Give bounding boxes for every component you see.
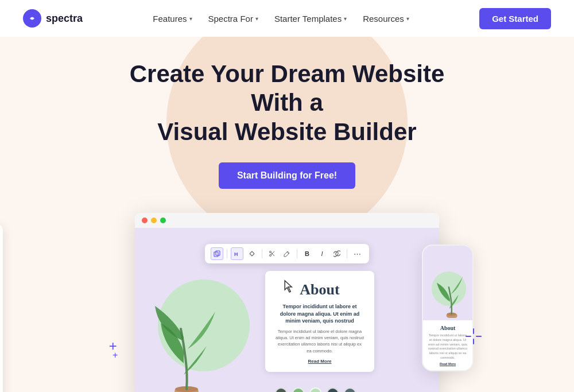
browser-content: H B I (135, 228, 439, 392)
window-maximize-dot (160, 218, 166, 223)
mobile-about-body: Tempor incididunt ut labore et dolore ma… (428, 333, 468, 360)
toolbar-heading-icon[interactable]: H (231, 247, 243, 260)
about-card-read-more[interactable]: Read More (276, 359, 364, 364)
nav-item-spectra-for[interactable]: Spectra For ▾ (208, 14, 258, 24)
sparkle-left: + + (108, 339, 118, 360)
chevron-down-icon: ▾ (189, 15, 192, 22)
nav-link-features[interactable]: Features ▾ (153, 14, 192, 24)
mobile-about-title: About (428, 325, 468, 331)
window-minimize-dot (151, 218, 157, 223)
swatch-2[interactable] (292, 387, 305, 392)
logo-icon (23, 9, 41, 28)
logo[interactable]: spectra (23, 9, 83, 28)
color-swatches (275, 387, 356, 392)
toolbar-more-icon[interactable]: ⋯ (351, 247, 363, 260)
logo-text: spectra (46, 13, 83, 25)
toolbar-edit-icon[interactable] (281, 247, 293, 260)
nav-item-starter-templates[interactable]: Starter Templates ▾ (274, 14, 347, 24)
window-close-dot (142, 218, 148, 223)
swatch-3[interactable] (309, 387, 322, 392)
cursor (282, 280, 294, 292)
chevron-down-icon: ▾ (406, 15, 409, 22)
about-card-body: Tempor incididunt ut labore et dolore ma… (276, 328, 364, 354)
nav-link-spectra-for[interactable]: Spectra For ▾ (208, 14, 258, 24)
mobile-mockup: About Tempor incididunt ut labore et dol… (422, 244, 474, 371)
mockup-area: 🔍 Blocks Patterns SPECTRA Container H (11, 213, 563, 392)
nav-links: Features ▾ Spectra For ▾ Starter Templat… (153, 14, 409, 24)
svg-text:H: H (234, 251, 238, 257)
swatch-5[interactable] (344, 387, 356, 392)
chevron-down-icon: ▾ (344, 15, 347, 22)
toolbar-bold-icon[interactable]: B (301, 247, 313, 260)
swatch-4[interactable] (327, 387, 339, 392)
toolbar-copy-icon[interactable] (211, 247, 223, 260)
plant-illustration (152, 294, 227, 392)
toolbar-link-icon[interactable] (331, 247, 343, 260)
hero-title: Create Your Dream Website With a Visual … (126, 60, 448, 146)
main-nav: spectra Features ▾ Spectra For ▾ Starter… (0, 0, 574, 37)
editor-toolbar: H B I (205, 244, 369, 263)
toolbar-separator (262, 249, 262, 258)
toolbar-scissors-icon[interactable] (266, 247, 278, 260)
hero-section: Create Your Dream Website With a Visual … (0, 37, 574, 392)
nav-link-starter-templates[interactable]: Starter Templates ▾ (274, 14, 347, 24)
mobile-content (423, 246, 472, 320)
toolbar-resize-icon[interactable] (246, 247, 258, 260)
toolbar-separator (297, 249, 297, 258)
chevron-down-icon: ▾ (255, 15, 258, 22)
get-started-button[interactable]: Get Started (479, 8, 551, 29)
nav-link-resources[interactable]: Resources ▾ (363, 14, 409, 24)
toolbar-italic-icon[interactable]: I (316, 247, 328, 260)
mobile-read-more[interactable]: Read More (428, 362, 468, 366)
browser-bar (135, 213, 439, 228)
mobile-plant (430, 272, 465, 320)
browser-window: H B I (135, 213, 439, 392)
blocks-panel: 🔍 Blocks Patterns SPECTRA Container H (0, 224, 3, 392)
about-card-subtitle: Tempor incididunt ut labore et dolore ma… (276, 303, 364, 325)
nav-item-features[interactable]: Features ▾ (153, 14, 192, 24)
toolbar-separator (227, 249, 227, 258)
sparkle-right (465, 328, 482, 348)
toolbar-separator (347, 249, 347, 258)
hero-cta-button[interactable]: Start Building for Free! (219, 162, 355, 189)
swatch-1[interactable] (275, 387, 288, 392)
nav-item-resources[interactable]: Resources ▾ (363, 14, 409, 24)
